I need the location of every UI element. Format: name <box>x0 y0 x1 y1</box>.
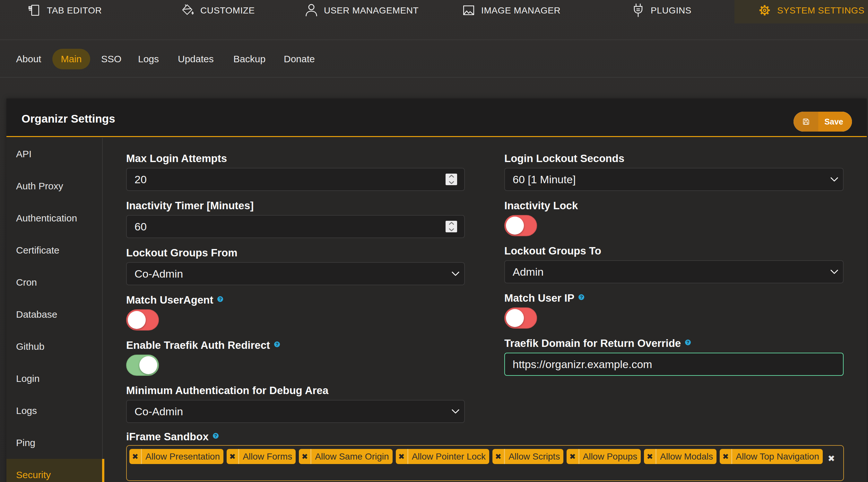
tag-allow-same-origin: ✖Allow Same Origin <box>299 449 392 464</box>
field-label: Enable Traefik Auth Redirect? <box>126 339 465 352</box>
nav-item-customize[interactable]: CUSTOMIZE <box>181 2 255 19</box>
organizr-settings-panel: Organizr Settings Save APIAuth ProxyAuth… <box>6 98 867 482</box>
form-group-lockout-groups-from: Lockout Groups FromCo-Admin <box>126 246 465 285</box>
form-group-inactivity-timer-minutes: Inactivity Timer [Minutes]60 <box>126 199 465 238</box>
remove-x-icon[interactable]: ✖ <box>299 452 310 461</box>
tag-allow-scripts: ✖Allow Scripts <box>492 449 563 464</box>
settings-sidebar: APIAuth ProxyAuthenticationCertificateCr… <box>6 138 103 482</box>
sidebar-item-cron[interactable]: Cron <box>6 266 102 298</box>
nav-item-system-settings[interactable]: SYSTEM SETTINGS <box>757 2 865 19</box>
iframe-sandbox-tags-input[interactable]: ✖Allow Presentation✖Allow Forms✖Allow Sa… <box>126 445 844 481</box>
help-icon[interactable]: ? <box>274 342 280 347</box>
sidebar-item-ping[interactable]: Ping <box>6 427 102 459</box>
enable-traefik-auth-redirect-toggle[interactable] <box>126 355 159 376</box>
toggle-knob <box>139 356 157 374</box>
gear-icon <box>757 3 772 18</box>
field-label: Traefik Domain for Return Override? <box>504 336 844 350</box>
field-label: Minimum Authentication for Debug Area <box>126 384 465 397</box>
subnav-item-logs[interactable]: Logs <box>138 54 159 64</box>
remove-x-icon[interactable]: ✖ <box>129 452 141 461</box>
sidebar-item-auth-proxy[interactable]: Auth Proxy <box>6 170 102 202</box>
remove-x-icon[interactable]: ✖ <box>492 452 504 461</box>
inactivity-lock-toggle[interactable] <box>504 215 537 236</box>
chevron-down-icon <box>451 270 460 277</box>
field-label-text: Lockout Groups To <box>504 245 601 257</box>
field-label: Inactivity Lock <box>504 199 844 213</box>
tag-label: Allow Scripts <box>505 451 563 462</box>
spin-down-icon[interactable] <box>449 180 454 186</box>
remove-x-icon[interactable]: ✖ <box>566 452 578 461</box>
nav-item-label: USER MANAGEMENT <box>324 5 418 16</box>
chevron-down-icon <box>830 176 839 183</box>
tab-editor-icon <box>27 3 41 18</box>
form-group-match-user-ip: Match User IP? <box>504 291 844 329</box>
nav-item-label: CUSTOMIZE <box>200 5 255 16</box>
spin-up-icon[interactable] <box>449 173 454 179</box>
minimum-authentication-for-debug-area-select[interactable]: Co-Admin <box>126 400 465 423</box>
spin-down-icon[interactable] <box>449 227 454 233</box>
panel-header: Organizr Settings Save <box>6 98 867 137</box>
nav-item-tab-editor[interactable]: TAB EDITOR <box>27 2 102 19</box>
sidebar-item-database[interactable]: Database <box>6 298 102 330</box>
remove-x-icon[interactable]: ✖ <box>644 452 655 461</box>
paint-bucket-icon <box>181 3 195 18</box>
field-label-text: Inactivity Lock <box>504 200 578 212</box>
traefik-domain-for-return-override-input[interactable]: https://organizr.example.com <box>504 353 844 376</box>
match-user-ip-toggle[interactable] <box>504 308 537 329</box>
remove-x-icon[interactable]: ✖ <box>396 452 407 461</box>
form-group-max-login-attempts: Max Login Attempts20 <box>126 152 465 191</box>
sidebar-item-authentication[interactable]: Authentication <box>6 202 102 234</box>
spin-up-icon[interactable] <box>449 221 454 226</box>
tag-label: Allow Pointer Lock <box>408 451 489 462</box>
login-lockout-seconds-select[interactable]: 60 [1 Minute] <box>504 168 844 191</box>
panel-body: APIAuth ProxyAuthenticationCertificateCr… <box>6 138 867 482</box>
field-label: iFrame Sandbox? <box>126 431 465 443</box>
tag-label: Allow Modals <box>656 451 716 462</box>
subnav-item-sso[interactable]: SSO <box>101 54 121 64</box>
field-label-text: Lockout Groups From <box>126 247 238 259</box>
subnav-item-updates[interactable]: Updates <box>178 54 214 64</box>
subnav-item-about[interactable]: About <box>16 54 41 64</box>
sidebar-item-login[interactable]: Login <box>6 363 102 395</box>
match-useragent-toggle[interactable] <box>126 309 159 330</box>
help-icon[interactable]: ? <box>579 294 584 300</box>
inactivity-timer-minutes-input[interactable]: 60 <box>126 215 465 238</box>
field-label-text: Match UserAgent <box>126 294 213 306</box>
number-spinner[interactable] <box>445 173 457 185</box>
subnav-item-donate[interactable]: Donate <box>284 54 315 64</box>
sidebar-item-github[interactable]: Github <box>6 330 102 363</box>
help-icon[interactable]: ? <box>213 433 219 439</box>
subnav-item-main[interactable]: Main <box>52 49 90 69</box>
sidebar-item-api[interactable]: API <box>6 138 102 170</box>
number-spinner[interactable] <box>445 221 457 232</box>
lockout-groups-from-select[interactable]: Co-Admin <box>126 262 465 285</box>
field-label: Match UserAgent? <box>126 293 465 307</box>
select-value: Co-Admin <box>134 405 183 418</box>
lockout-groups-to-select[interactable]: Admin <box>504 260 844 283</box>
sidebar-item-logs[interactable]: Logs <box>6 395 102 427</box>
clear-all-x-icon[interactable]: ✖ <box>828 453 835 464</box>
field-label-text: Minimum Authentication for Debug Area <box>126 384 329 396</box>
select-value: Admin <box>513 266 544 278</box>
help-icon[interactable]: ? <box>685 340 691 345</box>
nav-item-label: TAB EDITOR <box>47 5 102 16</box>
tag-allow-popups: ✖Allow Popups <box>566 449 641 464</box>
tag-label: Allow Top Navigation <box>732 451 823 462</box>
nav-item-image-manager[interactable]: IMAGE MANAGER <box>462 2 560 19</box>
form-group-minimum-authentication-for-debug-area: Minimum Authentication for Debug AreaCo-… <box>126 384 465 423</box>
remove-x-icon[interactable]: ✖ <box>720 452 731 461</box>
sidebar-item-certificate[interactable]: Certificate <box>6 234 102 266</box>
save-button[interactable]: Save <box>794 112 852 132</box>
sidebar-item-security[interactable]: Security <box>6 459 102 482</box>
subnav-item-backup[interactable]: Backup <box>234 54 266 64</box>
max-login-attempts-input[interactable]: 20 <box>126 168 465 191</box>
nav-item-user-management[interactable]: USER MANAGEMENT <box>304 2 418 19</box>
plug-icon <box>631 3 645 18</box>
remove-x-icon[interactable]: ✖ <box>227 452 238 461</box>
field-label-text: Login Lockout Seconds <box>504 153 624 164</box>
nav-item-plugins[interactable]: PLUGINS <box>631 2 691 19</box>
help-icon[interactable]: ? <box>217 296 223 302</box>
field-label: Login Lockout Seconds <box>504 152 844 165</box>
chevron-down-icon <box>830 268 839 275</box>
save-button-label: Save <box>818 112 852 132</box>
